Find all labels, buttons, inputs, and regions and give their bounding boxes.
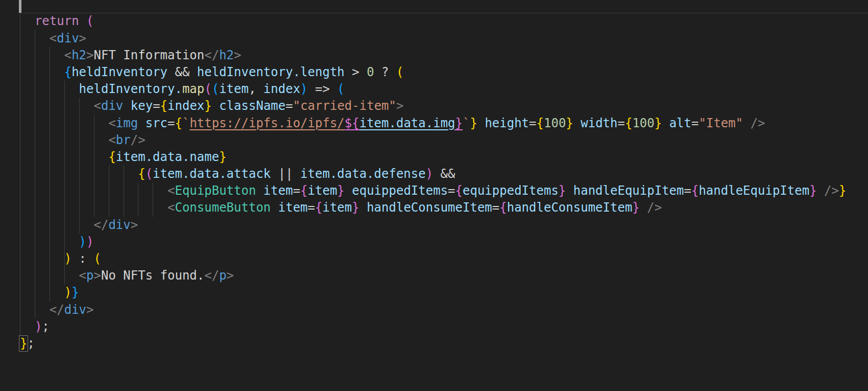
code-token [20, 268, 79, 283]
code-line[interactable]: <div> [20, 30, 846, 47]
code-token [743, 116, 750, 130]
code-token: ( [204, 82, 211, 96]
code-token: item [278, 200, 308, 215]
code-token: heldInventory [197, 65, 293, 79]
code-token: ; [27, 336, 34, 351]
code-token: height [485, 116, 529, 130]
matched-bracket: } [20, 336, 27, 351]
code-token: { [537, 116, 544, 130]
code-token: => [308, 82, 337, 96]
code-token: 100 [632, 116, 654, 130]
code-token: div [108, 218, 130, 232]
code-token: ` [182, 116, 189, 130]
code-token: } [559, 183, 566, 198]
code-token: item.data.name [116, 150, 219, 164]
code-line[interactable]: {item.data.name} [20, 149, 846, 166]
code-line[interactable]: )) [20, 234, 846, 250]
code-token: : [71, 251, 93, 266]
code-line[interactable]: <h2>NFT Information</h2> [20, 47, 846, 64]
code-token: < [50, 31, 57, 45]
code-token: src [146, 116, 167, 130]
code-token: "Item" [698, 116, 743, 130]
code-token: https://ipfs.io/ipfs/ [189, 116, 344, 130]
code-token: /> [751, 116, 765, 130]
code-line[interactable]: <br/> [20, 132, 846, 149]
code-token [20, 133, 108, 147]
code-token: img [116, 116, 138, 130]
code-token: ConsumeButton [175, 200, 271, 215]
code-token: equippedItems [463, 183, 559, 198]
code-token: map [182, 82, 204, 96]
code-token [20, 218, 94, 232]
code-token: } [809, 183, 816, 198]
code-area[interactable]: return ( <div> <h2>NFT Information</h2> … [20, 13, 846, 352]
code-token: { [455, 183, 463, 198]
code-line[interactable]: ); [20, 318, 846, 335]
code-line[interactable]: heldInventory.map((item, index) => ( [20, 81, 846, 98]
code-line[interactable]: <img src={`https://ipfs.io/ipfs/${item.d… [20, 115, 846, 132]
code-token: </ [94, 218, 109, 232]
code-token: item [263, 183, 293, 198]
code-token: < [108, 133, 115, 147]
code-line[interactable]: return ( [20, 13, 846, 30]
code-token: p [219, 268, 226, 283]
code-token: { [691, 183, 698, 198]
code-token [79, 14, 86, 28]
code-line[interactable]: ) : ( [20, 250, 846, 267]
code-token [359, 200, 367, 215]
code-token: p [86, 268, 93, 283]
code-token: item.data.attack [153, 167, 271, 181]
code-line[interactable]: </div> [20, 302, 846, 318]
code-token [212, 99, 219, 113]
code-token: br [116, 133, 131, 147]
code-token: < [94, 99, 101, 113]
code-token [20, 285, 64, 300]
code-token [20, 200, 167, 215]
code-editor[interactable]: return ( <div> <h2>NFT Information</h2> … [0, 0, 868, 391]
code-line[interactable]: )} [20, 284, 846, 301]
code-line[interactable]: </div> [20, 217, 846, 234]
code-token: </ [204, 268, 219, 283]
code-token: 0 [367, 65, 374, 79]
code-token: } [219, 150, 226, 164]
code-token [20, 183, 167, 198]
code-token: handleConsumeItem [507, 200, 633, 215]
code-token: ${ [345, 116, 359, 130]
code-token [20, 303, 50, 317]
code-line[interactable]: }; [20, 335, 846, 352]
code-token: { [175, 116, 182, 130]
code-line[interactable]: <ConsumeButton item={item} handleConsume… [20, 199, 846, 216]
code-line[interactable]: <p>No NFTs found.</p> [20, 267, 846, 284]
code-token [640, 200, 647, 215]
code-token: ) [86, 235, 93, 249]
code-token: && [167, 65, 197, 79]
code-token: item [308, 183, 337, 198]
code-token: ( [212, 82, 219, 96]
code-token: ) [35, 319, 42, 334]
code-line[interactable]: <div key={index} className="carried-item… [20, 98, 846, 114]
code-token: h2 [71, 48, 86, 62]
code-token: /> [131, 133, 146, 147]
code-token: = [492, 200, 499, 215]
code-token: item.data.img [359, 116, 455, 130]
code-token: } [632, 200, 639, 215]
code-token: ( [86, 14, 93, 28]
code-token [123, 99, 130, 113]
code-token: < [167, 183, 175, 198]
code-token: equippedItems [352, 183, 448, 198]
code-token: key [131, 99, 153, 113]
code-token [477, 116, 485, 130]
code-line[interactable]: {heldInventory && heldInventory.length >… [20, 64, 846, 81]
code-token: { [315, 200, 322, 215]
code-token: > [396, 99, 403, 113]
code-token: ) [426, 167, 433, 181]
code-token [573, 116, 581, 130]
code-token: /> [647, 200, 662, 215]
code-token: . [293, 65, 300, 79]
code-token: index [263, 82, 300, 96]
code-token: { [138, 167, 145, 181]
code-line[interactable]: {(item.data.attack || item.data.defense)… [20, 166, 846, 182]
code-token: ( [396, 65, 403, 79]
code-token [20, 235, 79, 249]
code-line[interactable]: <EquipButton item={item} equippedItems={… [20, 182, 846, 199]
